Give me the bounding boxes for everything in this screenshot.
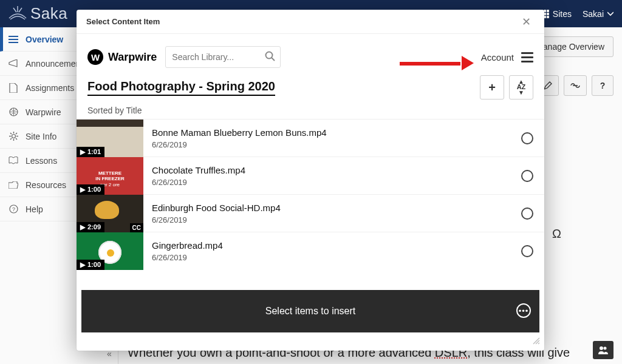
- select-radio[interactable]: [521, 245, 533, 257]
- warpwire-logo[interactable]: W Warpwire: [87, 49, 157, 65]
- svg-line-30: [272, 58, 275, 61]
- list-item[interactable]: ▶2:09 CC Edinburgh Food Social-HD.mp4 6/…: [77, 194, 544, 232]
- select-content-modal: Select Content Item ✕ W Warpwire Account: [77, 10, 544, 351]
- duration-badge: ▶1:00: [77, 260, 104, 270]
- warpwire-logo-text: Warpwire: [108, 51, 157, 64]
- item-date: 6/26/2019: [152, 140, 513, 149]
- close-icon: ✕: [522, 16, 531, 28]
- add-button[interactable]: +: [480, 75, 504, 99]
- footer-text: Select items to insert: [265, 306, 356, 317]
- resize-handle-icon[interactable]: [532, 337, 541, 347]
- menu-button[interactable]: [521, 52, 533, 62]
- media-list: ▶1:01 Bonne Maman Blueberry Lemon Buns.m…: [77, 119, 544, 269]
- thumbnail: ▶2:09 CC: [77, 195, 143, 232]
- hamburger-icon: [521, 52, 533, 54]
- item-title: Bonne Maman Blueberry Lemon Buns.mp4: [152, 127, 513, 138]
- modal-close-button[interactable]: ✕: [518, 13, 535, 31]
- plus-icon: +: [488, 81, 496, 95]
- more-options-button[interactable]: •••: [516, 303, 531, 318]
- account-link[interactable]: Account: [481, 52, 514, 62]
- select-radio[interactable]: [521, 132, 533, 144]
- list-item[interactable]: ▶1:01 Bonne Maman Blueberry Lemon Buns.m…: [77, 119, 544, 157]
- list-item[interactable]: ▶1:00 Gingerbread.mp4 6/26/2019: [77, 232, 544, 269]
- item-date: 6/26/2019: [152, 178, 513, 187]
- svg-point-29: [266, 52, 273, 59]
- search-icon[interactable]: [265, 51, 276, 64]
- play-icon: ▶: [80, 186, 85, 194]
- item-date: 6/26/2019: [152, 215, 513, 224]
- sorted-label: Sorted by Title: [77, 102, 544, 119]
- item-title: Chocolate Truffles.mp4: [152, 165, 513, 175]
- thumbnail: ▶1:01: [77, 120, 143, 157]
- duration-badge: ▶1:00: [77, 184, 104, 195]
- sort-az-icon: ▲AZ▼: [517, 79, 526, 96]
- thumbnail: ▶1:00: [77, 232, 143, 270]
- play-icon: ▶: [80, 261, 85, 269]
- cc-badge: CC: [130, 223, 143, 232]
- thumbnail: METTEREIN FREEZERper 2 ore ▶1:00: [77, 157, 143, 195]
- ellipsis-icon: •••: [519, 306, 529, 315]
- warpwire-logo-icon: W: [87, 49, 103, 65]
- item-title: Edinburgh Food Social-HD.mp4: [152, 203, 513, 213]
- item-title: Gingerbread.mp4: [152, 240, 513, 251]
- duration-badge: ▶2:09: [77, 222, 104, 232]
- search-input[interactable]: [165, 46, 281, 68]
- select-radio[interactable]: [521, 207, 533, 220]
- modal-title: Select Content Item: [86, 17, 160, 26]
- modal-footer: Select items to insert •••: [81, 290, 539, 332]
- list-item[interactable]: METTEREIN FREEZERper 2 ore ▶1:00 Chocola…: [77, 157, 544, 194]
- sort-button[interactable]: ▲AZ▼: [509, 75, 533, 99]
- item-date: 6/26/2019: [152, 253, 513, 262]
- duration-badge: ▶1:01: [77, 147, 104, 157]
- play-icon: ▶: [80, 148, 85, 156]
- play-icon: ▶: [80, 223, 85, 231]
- annotation-arrow: [400, 58, 473, 68]
- library-title[interactable]: Food Photography - Spring 2020: [87, 79, 275, 96]
- select-radio[interactable]: [521, 170, 533, 182]
